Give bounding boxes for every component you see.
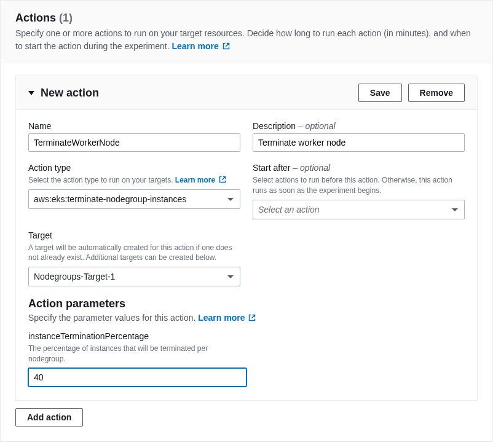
start-after-select[interactable]: Select an action xyxy=(253,200,465,219)
action-parameters-title: Action parameters xyxy=(28,297,465,310)
start-after-optional: – optional xyxy=(290,163,330,173)
pct-label: instanceTerminationPercentage xyxy=(28,331,246,341)
add-action-button[interactable]: Add action xyxy=(15,408,83,426)
page-description: Specify one or more actions to run on yo… xyxy=(15,27,478,53)
action-parameters-desc: Specify the parameter values for this ac… xyxy=(28,313,465,323)
name-input[interactable] xyxy=(28,133,240,152)
description-optional: – optional xyxy=(296,121,336,131)
description-input[interactable] xyxy=(253,133,465,152)
target-select[interactable]: Nodegroups-Target-1 xyxy=(28,267,240,286)
params-learn-more-text: Learn more xyxy=(198,313,245,323)
action-panel: New action Save Remove Name Description … xyxy=(15,76,478,401)
target-label: Target xyxy=(28,230,240,240)
page-title: Actions (1) xyxy=(15,12,73,24)
page-title-text: Actions xyxy=(15,12,56,24)
pct-input[interactable] xyxy=(28,368,246,387)
action-type-learn-more-text: Learn more xyxy=(175,176,215,184)
name-label: Name xyxy=(28,121,240,131)
start-after-label: Start after – optional xyxy=(253,163,465,173)
start-after-placeholder: Select an action xyxy=(258,205,320,214)
action-type-select[interactable]: aws:eks:terminate-nodegroup-instances xyxy=(28,189,240,209)
action-type-helper: Select the action type to run on your ta… xyxy=(28,175,240,186)
remove-button[interactable]: Remove xyxy=(408,84,465,102)
pct-helper: The percentage of instances that will be… xyxy=(28,344,246,364)
params-learn-more-link[interactable]: Learn more xyxy=(198,313,256,323)
save-button[interactable]: Save xyxy=(358,84,402,102)
action-count: (1) xyxy=(59,12,73,24)
description-label: Description – optional xyxy=(253,121,465,131)
learn-more-text: Learn more xyxy=(172,41,218,51)
collapse-toggle-icon[interactable] xyxy=(28,91,34,95)
page-description-text: Specify one or more actions to run on yo… xyxy=(15,28,471,51)
description-label-text: Description xyxy=(253,121,296,131)
action-type-label: Action type xyxy=(28,163,240,173)
start-after-helper: Select actions to run before this action… xyxy=(253,175,465,196)
action-type-value: aws:eks:terminate-nodegroup-instances xyxy=(34,194,186,204)
target-value: Nodegroups-Target-1 xyxy=(34,272,115,281)
panel-title: New action xyxy=(41,87,99,100)
external-link-icon xyxy=(219,176,226,183)
target-helper: A target will be automatically created f… xyxy=(28,243,240,264)
start-after-label-text: Start after xyxy=(253,163,290,173)
action-type-learn-more-link[interactable]: Learn more xyxy=(175,176,226,184)
action-parameters-desc-text: Specify the parameter values for this ac… xyxy=(28,313,195,323)
action-type-helper-text: Select the action type to run on your ta… xyxy=(28,176,173,184)
external-link-icon xyxy=(248,314,256,321)
learn-more-link[interactable]: Learn more xyxy=(172,41,229,51)
external-link-icon xyxy=(223,42,230,50)
